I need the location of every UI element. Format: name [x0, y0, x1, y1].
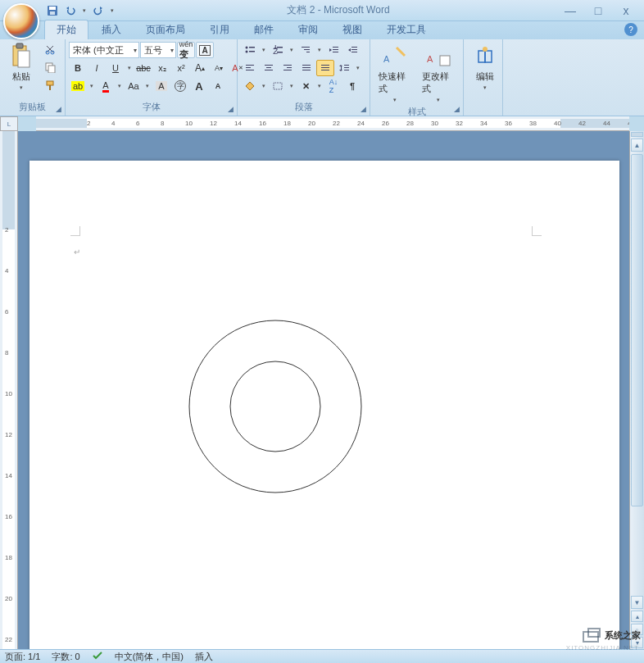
bold-button[interactable]: B	[69, 60, 87, 76]
tab-developer[interactable]: 开发工具	[375, 20, 438, 39]
styles-dialog-launcher[interactable]: ◢	[451, 104, 461, 114]
text-direction-button[interactable]: ✕	[297, 78, 315, 94]
browse-prev-button[interactable]: ▴	[631, 611, 643, 622]
redo-icon[interactable]	[90, 2, 107, 19]
bullets-button[interactable]	[241, 42, 259, 58]
minimize-button[interactable]: —	[560, 3, 580, 18]
split-handle[interactable]	[631, 132, 643, 137]
paste-button[interactable]: 粘贴 ▾	[3, 41, 39, 93]
paste-dropdown-icon[interactable]: ▾	[17, 84, 25, 91]
italic-button[interactable]: I	[88, 60, 106, 76]
page[interactable]: ↵	[29, 161, 619, 649]
borders-button[interactable]	[269, 78, 287, 94]
char-shading-button[interactable]: A	[152, 78, 170, 94]
cut-icon[interactable]	[41, 41, 59, 57]
shading-button[interactable]	[241, 78, 259, 94]
group-font: 宋体 (中文正 五号 wén变 A B I U▾ abc x₂ x² A▴ A▾…	[66, 39, 238, 116]
help-icon[interactable]: ?	[624, 23, 637, 36]
tab-references[interactable]: 引用	[198, 20, 241, 39]
svg-point-54	[483, 47, 488, 52]
vertical-scrollbar[interactable]: ▲ ▼ ▴ ◦ ▾	[629, 131, 644, 649]
save-icon[interactable]	[44, 2, 61, 19]
case-dropdown-icon[interactable]: ▾	[143, 83, 152, 89]
increase-indent-button[interactable]	[343, 42, 361, 58]
align-left-button[interactable]	[241, 60, 259, 76]
office-button[interactable]	[3, 3, 39, 39]
shrink-font-button[interactable]: A▾	[210, 60, 228, 76]
tab-mailings[interactable]: 邮件	[243, 20, 285, 39]
editing-button[interactable]: 编辑 ▾	[467, 41, 503, 93]
vertical-ruler[interactable]: 246810121416182022	[0, 131, 18, 649]
copy-icon[interactable]	[41, 59, 59, 75]
change-styles-button[interactable]: A 更改样式 ▾	[417, 41, 460, 105]
undo-icon[interactable]	[62, 2, 79, 19]
font-color-dropdown-icon[interactable]: ▾	[116, 83, 124, 89]
show-marks-button[interactable]: ¶	[343, 78, 361, 94]
ribbon: 粘贴 ▾ 剪贴板 ◢ 宋体 (中文正 五号 wén变 A B I U▾	[0, 39, 644, 116]
distributed-button[interactable]	[316, 60, 334, 76]
align-right-button[interactable]	[279, 60, 297, 76]
tab-insert[interactable]: 插入	[90, 20, 133, 39]
line-spacing-button[interactable]	[335, 60, 353, 76]
highlight-button[interactable]: ab	[69, 78, 87, 94]
status-insert-mode[interactable]: 插入	[195, 651, 213, 663]
pinyin-guide-icon[interactable]: wén变	[177, 42, 195, 58]
superscript-button[interactable]: x²	[172, 60, 190, 76]
svg-rect-10	[47, 81, 53, 85]
scroll-thumb[interactable]	[631, 154, 643, 506]
multilevel-list-button[interactable]	[297, 42, 315, 58]
strikethrough-button[interactable]: abc	[134, 60, 152, 76]
quick-styles-button[interactable]: A 快速样式 ▾	[374, 41, 417, 105]
scroll-track[interactable]	[630, 152, 644, 595]
underline-dropdown-icon[interactable]: ▾	[125, 65, 134, 71]
font-color-button[interactable]: A	[97, 78, 115, 94]
subscript-button[interactable]: x₂	[153, 60, 171, 76]
svg-rect-44	[341, 66, 342, 70]
status-words[interactable]: 字数: 0	[52, 651, 79, 663]
svg-rect-19	[277, 52, 283, 53]
status-language[interactable]: 中文(简体，中国)	[115, 651, 184, 663]
align-center-button[interactable]	[260, 60, 278, 76]
svg-rect-28	[351, 52, 357, 52]
horizontal-ruler[interactable]: 2468101214161820222426283032343638404244…	[36, 116, 629, 131]
browse-next-button[interactable]: ▾	[631, 637, 643, 648]
highlight-dropdown-icon[interactable]: ▾	[88, 83, 96, 89]
svg-text:A: A	[427, 54, 433, 64]
tab-page-layout[interactable]: 页面布局	[134, 20, 197, 39]
status-page[interactable]: 页面: 1/1	[5, 651, 40, 663]
font-size-combo[interactable]: 五号	[140, 42, 176, 58]
svg-rect-41	[321, 65, 329, 66]
scroll-up-button[interactable]: ▲	[631, 139, 643, 152]
donut-shape[interactable]	[185, 316, 365, 497]
grow-font-a-button[interactable]: A	[190, 78, 208, 94]
enclose-char-button[interactable]: 字	[171, 78, 189, 94]
decrease-indent-button[interactable]	[324, 42, 342, 58]
document-area[interactable]: ↵	[18, 131, 629, 649]
status-spellcheck-icon[interactable]	[92, 651, 103, 662]
scroll-down-button[interactable]: ▼	[631, 596, 643, 609]
tab-review[interactable]: 审阅	[287, 20, 329, 39]
grow-font-button[interactable]: A▴	[191, 60, 209, 76]
format-painter-icon[interactable]	[41, 77, 59, 93]
select-browse-object-button[interactable]: ◦	[631, 624, 643, 635]
char-border-icon[interactable]: A	[196, 42, 214, 58]
underline-button[interactable]: U	[107, 60, 125, 76]
svg-rect-31	[246, 70, 254, 70]
font-name-combo[interactable]: 宋体 (中文正	[69, 42, 139, 58]
tab-home[interactable]: 开始	[44, 20, 88, 39]
change-case-button[interactable]: Aa	[125, 78, 143, 94]
tab-view[interactable]: 视图	[331, 20, 374, 39]
clipboard-dialog-launcher[interactable]: ◢	[53, 104, 63, 114]
font-dialog-launcher[interactable]: ◢	[225, 104, 235, 114]
paragraph-dialog-launcher[interactable]: ◢	[358, 104, 368, 114]
tab-selector[interactable]: L	[0, 116, 18, 131]
sort-button[interactable]: A↓Z	[324, 78, 342, 94]
close-button[interactable]: x	[616, 3, 636, 18]
ribbon-tabs: 开始 插入 页面布局 引用 邮件 审阅 视图 开发工具 ?	[0, 21, 644, 39]
numbering-button[interactable]: 12	[269, 42, 287, 58]
justify-button[interactable]	[297, 60, 315, 76]
undo-dropdown-icon[interactable]: ▾	[80, 7, 88, 14]
maximize-button[interactable]: □	[588, 3, 608, 18]
qat-customize-icon[interactable]: ▾	[108, 7, 116, 14]
shrink-font-a-button[interactable]: A	[209, 78, 227, 94]
